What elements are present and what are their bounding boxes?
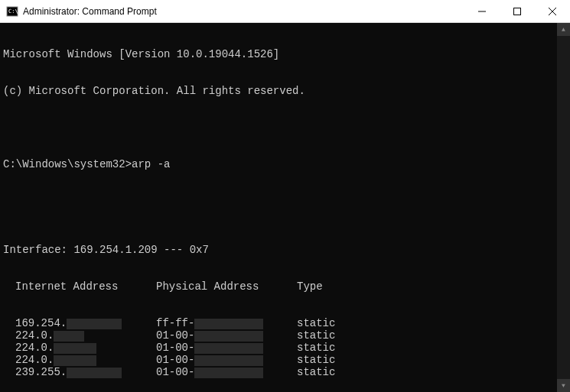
window-controls: [464, 0, 570, 22]
col-header-type: Type: [297, 280, 323, 293]
mac-cell: 01-00-: [156, 329, 297, 342]
redacted-mac: [194, 355, 263, 366]
command-text: arp -a: [132, 158, 170, 170]
redacted-ip: [54, 343, 96, 354]
scrollbar[interactable]: ▲ ▼: [557, 23, 570, 392]
redacted-ip: [54, 355, 96, 366]
type-cell: static: [297, 354, 335, 366]
close-button[interactable]: [535, 0, 570, 22]
redacted-mac: [194, 343, 263, 354]
ip-cell: 239.255.: [15, 366, 156, 378]
redacted-ip: [67, 368, 122, 378]
terminal-area[interactable]: Microsoft Windows [Version 10.0.19044.15…: [0, 23, 570, 392]
type-cell: static: [297, 342, 335, 354]
table-header: Internet AddressPhysical AddressType: [3, 280, 567, 293]
scroll-down-button[interactable]: ▼: [557, 379, 570, 392]
mac-cell: 01-00-: [156, 342, 297, 354]
redacted-ip: [67, 319, 122, 329]
svg-text:C:\: C:\: [8, 8, 18, 15]
redacted-mac: [194, 368, 263, 378]
scroll-up-button[interactable]: ▲: [557, 23, 570, 36]
banner-line: Microsoft Windows [Version 10.0.19044.15…: [3, 48, 567, 60]
arp-row: 224.0.01-00-static: [3, 354, 567, 366]
redacted-ip: [54, 331, 84, 342]
ip-cell: 224.0.: [15, 354, 156, 366]
arp-row: 224.0.01-00-static: [3, 329, 567, 342]
type-cell: static: [297, 317, 335, 329]
minimize-button[interactable]: [464, 0, 500, 22]
mac-cell: 01-00-: [156, 366, 297, 378]
titlebar[interactable]: C:\ Administrator: Command Prompt: [0, 0, 570, 23]
ip-cell: 169.254.: [15, 317, 156, 329]
type-cell: static: [297, 366, 335, 378]
blank-line: [3, 195, 567, 207]
ip-cell: 224.0.: [15, 329, 156, 342]
window-title: Administrator: Command Prompt: [23, 6, 464, 17]
svg-rect-3: [514, 8, 521, 15]
mac-cell: 01-00-: [156, 354, 297, 366]
mac-cell: ff-ff-: [156, 317, 297, 329]
prompt-path: C:\Windows\system32>: [3, 158, 132, 170]
redacted-mac: [194, 319, 263, 329]
arp-row: 239.255.01-00-static: [3, 366, 567, 378]
col-header-ip: Internet Address: [15, 280, 156, 293]
blank-line: [3, 121, 567, 134]
banner-line: (c) Microsoft Corporation. All rights re…: [3, 85, 567, 97]
type-cell: static: [297, 329, 335, 342]
col-header-mac: Physical Address: [156, 280, 297, 293]
interface-header: Interface: 169.254.1.209 --- 0x7: [3, 244, 567, 256]
redacted-mac: [194, 331, 263, 342]
scroll-track[interactable]: [557, 36, 570, 379]
prompt-line: C:\Windows\system32>arp -a: [3, 158, 567, 170]
ip-cell: 224.0.: [15, 342, 156, 354]
cmd-icon: C:\: [6, 5, 18, 18]
arp-row: 169.254.ff-ff-static: [3, 317, 567, 329]
maximize-button[interactable]: [500, 0, 535, 22]
arp-row: 224.0.01-00-static: [3, 342, 567, 354]
